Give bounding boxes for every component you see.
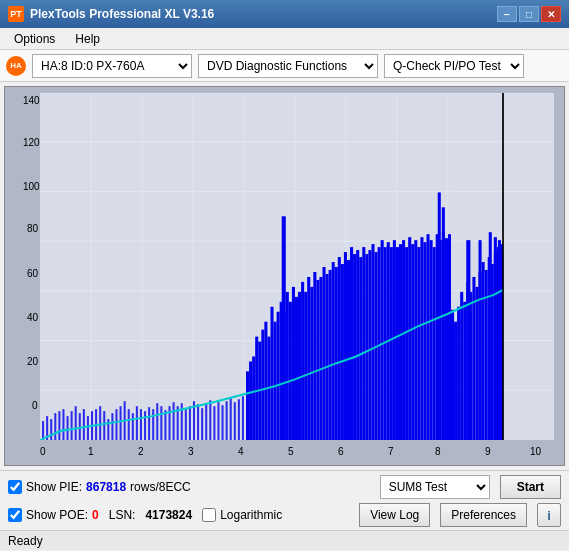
svg-rect-110 [378, 247, 381, 440]
logarithmic-group: Logarithmic [202, 508, 282, 522]
svg-rect-40 [140, 409, 142, 440]
y-label-100: 100 [23, 181, 40, 192]
x-label-4: 4 [238, 446, 244, 457]
sum-test-select[interactable]: SUM8 Test [380, 475, 490, 499]
x-label-7: 7 [388, 446, 394, 457]
x-label-1: 1 [88, 446, 94, 457]
svg-rect-85 [304, 292, 307, 440]
svg-rect-80 [289, 302, 292, 440]
y-label-0: 0 [32, 400, 38, 411]
status-text: Ready [8, 534, 43, 548]
svg-rect-96 [335, 267, 338, 440]
svg-rect-115 [393, 240, 396, 440]
svg-rect-67 [249, 361, 252, 440]
x-label-9: 9 [485, 446, 491, 457]
show-pie-checkbox[interactable] [8, 480, 22, 494]
app-icon: PT [8, 6, 24, 22]
svg-rect-42 [148, 407, 150, 440]
svg-rect-99 [344, 252, 347, 440]
svg-rect-92 [326, 274, 329, 440]
preferences-button[interactable]: Preferences [440, 503, 527, 527]
svg-rect-30 [99, 406, 101, 440]
device-select[interactable]: HA:8 ID:0 PX-760A [32, 54, 192, 78]
window-controls: − □ ✕ [497, 6, 561, 22]
svg-rect-16 [42, 421, 44, 440]
x-label-2: 2 [138, 446, 144, 457]
svg-rect-19 [54, 413, 56, 440]
start-button[interactable]: Start [500, 475, 561, 499]
svg-rect-26 [83, 409, 85, 440]
y-label-80: 80 [27, 223, 38, 234]
svg-rect-89 [316, 280, 319, 440]
svg-rect-111 [381, 240, 384, 440]
svg-rect-82 [295, 297, 298, 440]
svg-rect-153 [446, 240, 449, 440]
svg-rect-35 [120, 406, 122, 440]
svg-rect-87 [310, 287, 313, 440]
pie-value: 867818 [86, 480, 126, 494]
svg-rect-136 [457, 307, 460, 440]
status-bar: Ready [0, 530, 569, 550]
svg-rect-68 [252, 356, 255, 440]
poe-value: 0 [92, 508, 99, 522]
svg-rect-44 [156, 403, 158, 440]
svg-rect-90 [319, 277, 322, 440]
svg-rect-101 [350, 247, 353, 440]
svg-rect-107 [368, 250, 371, 440]
bottom-row-2: Show POE: 0 LSN: 4173824 Logarithmic Vie… [8, 503, 561, 527]
svg-rect-61 [226, 401, 228, 440]
svg-rect-46 [164, 410, 166, 440]
chart-area: 140 120 100 80 60 40 20 0 0 1 2 3 4 5 6 … [4, 86, 565, 466]
svg-rect-23 [71, 411, 73, 440]
function-select[interactable]: DVD Diagnostic Functions [198, 54, 378, 78]
svg-rect-57 [209, 400, 211, 440]
y-label-40: 40 [27, 312, 38, 323]
rows-label: rows/8ECC [130, 480, 191, 494]
info-button[interactable]: i [537, 503, 561, 527]
svg-rect-69 [255, 337, 258, 440]
x-label-3: 3 [188, 446, 194, 457]
svg-rect-152 [442, 207, 445, 440]
y-label-140: 140 [23, 95, 40, 106]
close-button[interactable]: ✕ [541, 6, 561, 22]
svg-rect-79 [286, 292, 289, 440]
svg-rect-94 [282, 216, 286, 440]
svg-rect-108 [371, 244, 374, 440]
device-icon: HA [6, 56, 26, 76]
menu-help[interactable]: Help [67, 30, 108, 48]
svg-rect-24 [75, 406, 77, 440]
svg-rect-60 [222, 405, 224, 440]
show-poe-label: Show POE: [26, 508, 88, 522]
window-title: PlexTools Professional XL V3.16 [30, 7, 497, 21]
svg-rect-123 [417, 247, 420, 440]
svg-rect-125 [423, 242, 426, 440]
menu-bar: Options Help [0, 28, 569, 50]
minimize-button[interactable]: − [497, 6, 517, 22]
svg-rect-45 [160, 406, 162, 440]
svg-rect-106 [365, 254, 368, 440]
svg-rect-72 [264, 322, 267, 440]
logarithmic-checkbox[interactable] [202, 508, 216, 522]
menu-options[interactable]: Options [6, 30, 63, 48]
svg-rect-59 [217, 402, 219, 440]
svg-rect-102 [353, 254, 356, 440]
svg-rect-120 [408, 237, 411, 440]
chart-svg [40, 93, 554, 440]
svg-rect-54 [197, 404, 199, 440]
restore-button[interactable]: □ [519, 6, 539, 22]
svg-rect-114 [390, 247, 393, 440]
show-poe-checkbox[interactable] [8, 508, 22, 522]
svg-rect-83 [298, 292, 301, 440]
svg-rect-71 [261, 330, 264, 440]
lsn-value: 4173824 [145, 508, 192, 522]
bottom-row-1: Show PIE: 867818 rows/8ECC SUM8 Test Sta… [8, 475, 561, 499]
show-pie-label: Show PIE: [26, 480, 82, 494]
svg-rect-65 [242, 396, 244, 440]
svg-rect-21 [62, 409, 64, 440]
test-select[interactable]: Q-Check PI/PO Test [384, 54, 524, 78]
svg-rect-154 [466, 240, 470, 440]
view-log-button[interactable]: View Log [359, 503, 430, 527]
svg-rect-41 [144, 411, 146, 440]
x-label-8: 8 [435, 446, 441, 457]
svg-rect-51 [185, 409, 187, 440]
